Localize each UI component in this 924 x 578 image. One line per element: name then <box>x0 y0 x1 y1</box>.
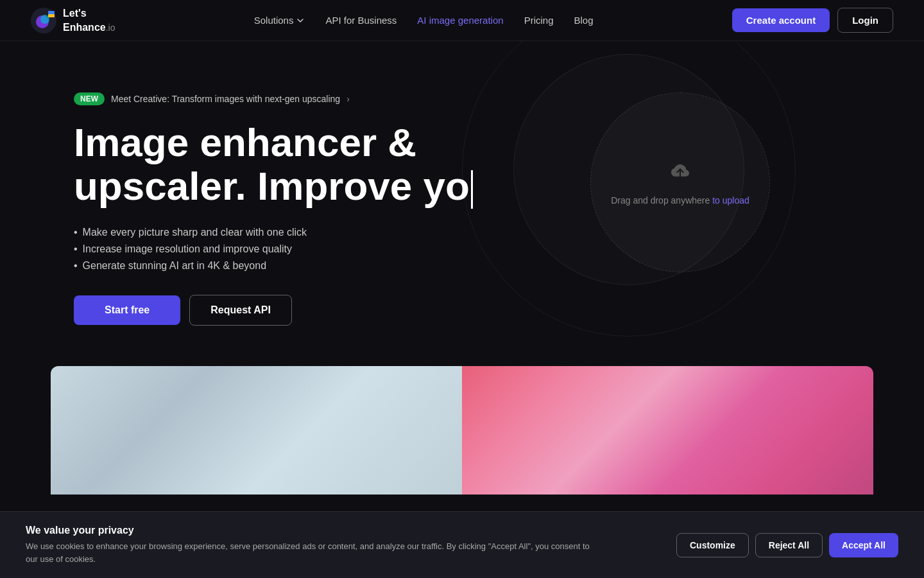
customize-button[interactable]: Customize <box>676 533 749 557</box>
image-after <box>462 366 873 495</box>
hero-section: NEW Meet Creative: Transform images with… <box>0 41 924 414</box>
nav-blog[interactable]: Blog <box>574 15 593 26</box>
navigation: Let'sEnhance.io Solutions API for Busine… <box>0 0 924 41</box>
cookie-text: We value your privacy We use cookies to … <box>26 525 603 565</box>
nav-links: Solutions API for Business AI image gene… <box>254 15 594 26</box>
bullet-1: Make every picture sharp and clear with … <box>74 227 536 238</box>
cursor-bar <box>471 170 473 209</box>
bullet-2: Increase image resolution and improve qu… <box>74 243 536 255</box>
svg-rect-3 <box>48 11 55 14</box>
nav-actions: Create account Login <box>732 8 893 33</box>
logo[interactable]: Let'sEnhance.io <box>31 6 115 34</box>
hero-title: Image enhancer & upscaler. Improve yo <box>74 121 536 209</box>
upload-text: Drag and drop anywhere to upload <box>611 195 749 206</box>
upload-dropzone[interactable]: Drag and drop anywhere to upload <box>590 92 770 272</box>
hero-badge: NEW Meet Creative: Transform images with… <box>74 92 350 105</box>
accept-all-button[interactable]: Accept All <box>829 533 898 557</box>
bullet-3: Generate stunning AI art in 4K & beyond <box>74 260 536 272</box>
image-comparison <box>51 366 873 495</box>
login-button[interactable]: Login <box>837 8 893 33</box>
nav-solutions[interactable]: Solutions <box>254 15 305 26</box>
request-api-button[interactable]: Request API <box>189 295 292 326</box>
cookie-banner: We value your privacy We use cookies to … <box>0 511 924 578</box>
upload-link[interactable]: to upload <box>712 195 749 206</box>
hero-content: NEW Meet Creative: Transform images with… <box>74 80 536 414</box>
image-before <box>51 366 462 495</box>
svg-point-2 <box>40 15 49 24</box>
nav-api-business[interactable]: API for Business <box>325 15 397 26</box>
nav-pricing[interactable]: Pricing <box>524 15 554 26</box>
nav-ai-image[interactable]: AI image generation <box>417 15 503 26</box>
create-account-button[interactable]: Create account <box>732 8 830 32</box>
svg-rect-4 <box>48 14 55 17</box>
hero-bullets: Make every picture sharp and clear with … <box>74 227 536 272</box>
badge-arrow-icon: › <box>346 94 350 104</box>
reject-all-button[interactable]: Reject All <box>755 533 823 557</box>
cookie-title: We value your privacy <box>26 525 603 536</box>
cookie-body: We use cookies to enhance your browsing … <box>26 540 603 565</box>
hero-cta: Start free Request API <box>74 295 536 326</box>
cookie-actions: Customize Reject All Accept All <box>676 533 898 557</box>
badge-description: Meet Creative: Transform images with nex… <box>111 94 340 104</box>
badge-new-label: NEW <box>74 92 105 105</box>
start-free-button[interactable]: Start free <box>74 295 180 325</box>
upload-icon <box>665 159 696 188</box>
